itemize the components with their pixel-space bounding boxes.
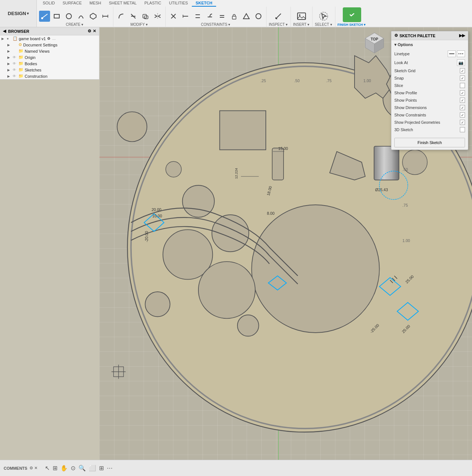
svg-text:.50: .50 — [294, 78, 300, 83]
more-settings-icon[interactable]: ⋯ — [107, 465, 113, 472]
constraints-label[interactable]: CONSTRAINTS ▾ — [201, 22, 231, 27]
browser-item-construction[interactable]: ▶ 👁 📁 Construction — [0, 73, 99, 79]
browser-item-document-settings[interactable]: ▶ ⚙ Document Settings — [0, 42, 99, 48]
3d-sketch-checkbox[interactable] — [460, 127, 465, 132]
bodies-folder-icon: 📁 — [18, 61, 24, 66]
offset-icon[interactable] — [140, 11, 151, 22]
select-mode-icon[interactable]: ⊞ — [53, 465, 57, 472]
create-label[interactable]: CREATE ▾ — [66, 22, 84, 27]
constraints-group: CONSTRAINTS ▾ — [166, 7, 267, 28]
mirror-icon[interactable] — [152, 11, 163, 22]
tree-toggle-construction: ▶ — [7, 74, 12, 78]
browser-item-sketches[interactable]: ▶ 👁 📁 Sketches — [0, 67, 99, 73]
arc-tool-icon[interactable] — [75, 11, 87, 22]
show-projected-checkbox[interactable] — [460, 120, 465, 125]
palette-row-look-at: Look At 📷 — [394, 58, 465, 67]
parallel-icon[interactable] — [192, 11, 203, 22]
snap-checkbox[interactable] — [460, 76, 465, 81]
lock-icon[interactable] — [229, 11, 240, 22]
show-dimensions-checkbox[interactable] — [460, 105, 465, 110]
circle-constraint-icon[interactable] — [253, 11, 264, 22]
polygon-tool-icon[interactable] — [88, 11, 99, 22]
trim-icon[interactable] — [128, 11, 139, 22]
svg-point-42 — [145, 292, 170, 316]
zoom-icon[interactable]: 🔍 — [78, 465, 86, 472]
browser-item-root[interactable]: ▶ ● 📋 game board v1 ⚙ … — [0, 35, 99, 42]
visibility-icon-construction: 👁 — [13, 74, 18, 78]
browser-item-named-views[interactable]: ▶ 📁 Named Views — [0, 48, 99, 54]
select-group: SELECT ▾ — [313, 7, 335, 28]
slice-label: Slice — [394, 83, 403, 88]
coincident-icon[interactable] — [168, 11, 179, 22]
comments-settings-icon[interactable]: ⚙ — [29, 466, 33, 470]
insert-group: INSERT ▾ — [291, 7, 313, 28]
design-button[interactable]: DESIGN ▾ — [0, 0, 37, 27]
show-points-checkbox[interactable] — [460, 98, 465, 103]
svg-text:.25: .25 — [261, 78, 266, 83]
inspect-label[interactable]: INSPECT ▾ — [269, 22, 288, 27]
finish-sketch-button[interactable]: Finish Sketch — [394, 138, 465, 147]
palette-expand-icon[interactable]: ▶▶ — [459, 33, 465, 38]
sketch-grid-checkbox[interactable] — [460, 68, 465, 73]
line-tool-icon[interactable] — [39, 11, 50, 22]
show-dimensions-label: Show Dimensions — [394, 105, 427, 110]
tab-sketch[interactable]: SKETCH — [192, 0, 216, 7]
insert-image-icon[interactable] — [296, 11, 307, 22]
orbit-mode-icon[interactable]: ⊙ — [71, 465, 75, 472]
modify-label[interactable]: MODIFY ▾ — [130, 22, 148, 27]
pan-mode-icon[interactable]: ✋ — [60, 465, 68, 472]
snap-label: Snap — [394, 76, 404, 80]
tab-surface[interactable]: SURFACE — [59, 0, 85, 7]
item-overflow[interactable]: … — [52, 36, 56, 41]
insert-label[interactable]: INSERT ▾ — [293, 22, 310, 27]
browser-close-icon[interactable]: ✕ — [93, 29, 96, 34]
svg-rect-48 — [374, 146, 399, 180]
finish-sketch-label[interactable]: FINISH SKETCH ▾ — [338, 23, 367, 27]
horizontal-icon[interactable] — [180, 11, 191, 22]
show-constraints-checkbox[interactable] — [460, 112, 465, 118]
finish-sketch-icon[interactable] — [343, 7, 361, 22]
rectangle-tool-icon[interactable] — [51, 11, 62, 22]
tab-solid[interactable]: SOLID — [39, 0, 59, 7]
measure-icon[interactable] — [273, 11, 284, 22]
fillet-icon[interactable] — [116, 11, 127, 22]
slice-checkbox[interactable] — [460, 83, 465, 88]
grid-settings-icon[interactable]: ⊞ — [99, 465, 104, 472]
palette-row-show-dimensions: Show Dimensions — [394, 104, 465, 111]
triangle-icon[interactable] — [241, 11, 252, 22]
look-at-btn[interactable]: 📷 — [457, 59, 465, 66]
svg-text:.50: .50 — [402, 167, 408, 172]
dimension-tool-icon[interactable] — [100, 11, 111, 22]
tab-sheet-metal[interactable]: SHEET METAL — [105, 0, 140, 7]
circle-tool-icon[interactable] — [63, 11, 74, 22]
tab-utilities[interactable]: UTILITIES — [165, 0, 191, 7]
view-cube[interactable]: TOP — [362, 31, 387, 57]
browser-collapse-icon[interactable]: ◀ — [3, 29, 6, 34]
tangent-icon[interactable] — [204, 11, 215, 22]
view-display-icon[interactable]: ⬜ — [89, 465, 96, 472]
browser-item-bodies[interactable]: ▶ 👁 📁 Bodies — [0, 60, 99, 67]
origin-icon: 📁 — [18, 55, 24, 60]
cursor-mode-icon[interactable]: ↖ — [45, 465, 50, 472]
browser-settings-icon[interactable]: ⚙ — [88, 29, 91, 34]
tab-mesh[interactable]: MESH — [86, 0, 105, 7]
select-cursor-icon[interactable] — [318, 11, 329, 22]
finish-sketch-group: FINISH SKETCH ▾ — [335, 7, 369, 28]
show-profile-checkbox[interactable] — [460, 90, 465, 95]
select-label[interactable]: SELECT ▾ — [315, 22, 333, 27]
comments-collapse-icon[interactable]: ✕ — [34, 466, 38, 470]
toolbar-icon-row: CREATE ▾ — [37, 7, 472, 28]
main-canvas[interactable]: 15.00 12.224 18.00 8.00 10.00 20.00 -20.… — [99, 27, 472, 460]
browser-label-doc-settings: Document Settings — [23, 43, 57, 47]
palette-row-linetype: Linetype — [394, 49, 465, 58]
palette-row-show-points: Show Points — [394, 97, 465, 104]
equal-icon[interactable] — [216, 11, 228, 22]
status-bar: COMMENTS ⚙ ✕ ↖ ⊞ ✋ ⊙ 🔍 ⬜ ⊞ ⋯ — [0, 460, 472, 476]
svg-rect-46 — [220, 111, 266, 150]
linetype-dashed-btn[interactable] — [457, 50, 465, 57]
sketch-grid-label: Sketch Grid — [394, 69, 415, 73]
svg-text:TOP: TOP — [371, 37, 378, 41]
browser-item-origin[interactable]: ▶ 👁 📁 Origin — [0, 54, 99, 60]
tab-plastic[interactable]: PLASTIC — [141, 0, 165, 7]
linetype-solid-btn[interactable] — [448, 50, 456, 57]
